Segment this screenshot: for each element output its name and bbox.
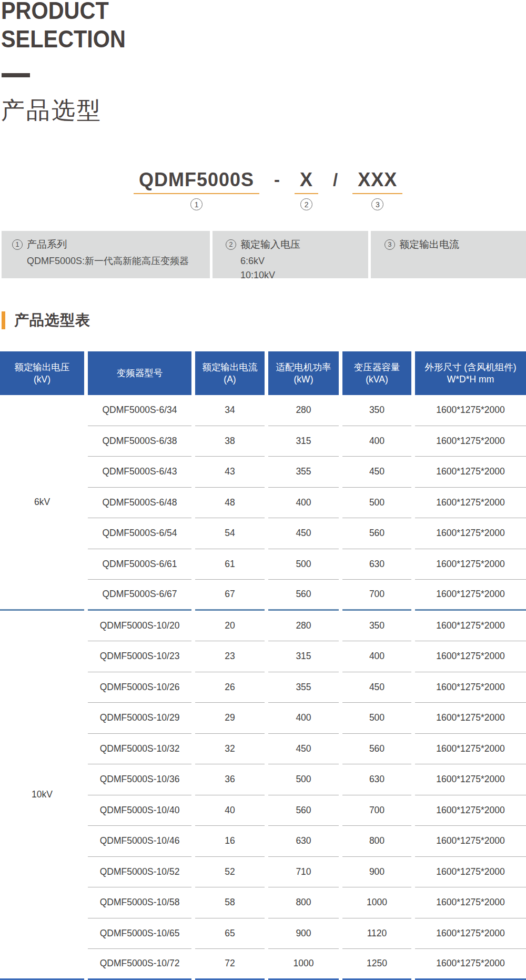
cell-transformer-capacity: 450 — [342, 672, 411, 703]
cell-dimensions: 1600*1275*2000 — [415, 549, 526, 580]
cell-model: QDMF5000S-10/29 — [88, 703, 191, 734]
legend-box-1-title: 产品系列 — [27, 238, 67, 251]
cell-motor-power: 800 — [268, 887, 339, 918]
cell-model: QDMF5000S-6/48 — [88, 488, 191, 519]
cell-motor-power: 710 — [268, 857, 339, 888]
cell-model: QDMF5000S-10/65 — [88, 918, 191, 949]
cell-dimensions: 1600*1275*2000 — [415, 580, 526, 611]
section-accent-bar — [2, 311, 5, 329]
cell-transformer-capacity: 800 — [342, 826, 411, 857]
legend-box-2-title-row: 2 额定输入电压 — [226, 238, 363, 251]
header-transformer-capacity: 变压器容量 (kVA) — [342, 351, 411, 395]
cell-output-current: 38 — [195, 426, 265, 457]
cell-dimensions: 1600*1275*2000 — [415, 518, 526, 549]
legend-box-1-title-row: 1 产品系列 — [12, 238, 205, 251]
cell-dimensions: 1600*1275*2000 — [415, 488, 526, 519]
cell-output-current: 29 — [195, 703, 265, 734]
cell-motor-power: 450 — [268, 734, 339, 765]
header-dimensions: 外形尺寸 (含风机组件) W*D*H mm — [415, 351, 526, 395]
page-title-english-line2: SELECTION — [1, 25, 126, 53]
cell-motor-power: 900 — [268, 918, 339, 949]
cell-dimensions: 1600*1275*2000 — [415, 795, 526, 826]
cell-output-current: 61 — [195, 549, 265, 580]
cell-motor-power: 400 — [268, 703, 339, 734]
cell-transformer-capacity: 1250 — [342, 949, 411, 980]
cell-model: QDMF5000S-6/34 — [88, 395, 191, 426]
cell-motor-power: 500 — [268, 549, 339, 580]
cell-dimensions: 1600*1275*2000 — [415, 672, 526, 703]
legend-marker-2-badge: 2 — [226, 239, 236, 250]
cell-dimensions: 1600*1275*2000 — [415, 887, 526, 918]
header-model: 变频器型号 — [88, 351, 191, 395]
cell-dimensions: 1600*1275*2000 — [415, 611, 526, 642]
cell-model: QDMF5000S-10/26 — [88, 672, 191, 703]
cell-model: QDMF5000S-10/32 — [88, 734, 191, 765]
cell-motor-power: 1000 — [268, 949, 339, 980]
marker-3-badge: 3 — [371, 198, 383, 210]
cell-output-current: 32 — [195, 734, 265, 765]
cell-output-current: 34 — [195, 395, 265, 426]
cell-motor-power: 400 — [268, 488, 339, 519]
cell-motor-power: 355 — [268, 672, 339, 703]
cell-model: QDMF5000S-6/54 — [88, 518, 191, 549]
cell-transformer-capacity: 350 — [342, 611, 411, 642]
marker-2-badge: 2 — [300, 198, 312, 210]
cell-dimensions: 1600*1275*2000 — [415, 857, 526, 888]
cell-transformer-capacity: 400 — [342, 426, 411, 457]
cell-output-current: 58 — [195, 887, 265, 918]
cell-output-current: 16 — [195, 826, 265, 857]
cell-transformer-capacity: 630 — [342, 764, 411, 795]
cell-output-current: 72 — [195, 949, 265, 980]
cell-model: QDMF5000S-10/40 — [88, 795, 191, 826]
cell-motor-power: 355 — [268, 457, 339, 488]
legend-marker-3-badge: 3 — [385, 239, 395, 250]
cell-output-current: 48 — [195, 488, 265, 519]
cell-motor-power: 280 — [268, 611, 339, 642]
cell-transformer-capacity: 500 — [342, 488, 411, 519]
header-motor-power: 适配电机功率 (kW) — [268, 351, 339, 395]
section-header: 产品选型表 — [2, 310, 90, 330]
cell-transformer-capacity: 400 — [342, 641, 411, 672]
title-divider-rule — [2, 73, 30, 77]
cell-output-current: 43 — [195, 457, 265, 488]
cell-dimensions: 1600*1275*2000 — [415, 918, 526, 949]
cell-output-current: 36 — [195, 764, 265, 795]
cell-output-current: 65 — [195, 918, 265, 949]
model-code-diagram: QDMF5000S 1 - X 2 / XXX 3 — [134, 169, 402, 210]
cell-transformer-capacity: 900 — [342, 857, 411, 888]
cell-model: QDMF5000S-6/38 — [88, 426, 191, 457]
cell-motor-power: 500 — [268, 764, 339, 795]
model-code-base-text: QDMF5000S — [134, 169, 259, 194]
legend-box-3-title-row: 3 额定输出电流 — [385, 238, 521, 251]
cell-transformer-capacity: 700 — [342, 580, 411, 611]
model-code-voltage: X 2 — [295, 169, 318, 210]
cell-output-current: 40 — [195, 795, 265, 826]
cell-dimensions: 1600*1275*2000 — [415, 703, 526, 734]
legend-box-1-line1: QDMF5000S:新一代高新能高压变频器 — [27, 254, 205, 268]
marker-1-badge: 1 — [190, 198, 203, 210]
cell-transformer-capacity: 350 — [342, 395, 411, 426]
cell-model: QDMF5000S-10/52 — [88, 857, 191, 888]
legend-box-3-title: 额定输出电流 — [399, 238, 459, 251]
cell-transformer-capacity: 700 — [342, 795, 411, 826]
legend-box-2-content: 6:6kV 10:10kV — [240, 254, 363, 282]
legend-box-2-line1: 6:6kV — [240, 254, 363, 268]
header-output-current: 额定输出电流 (A) — [195, 351, 265, 395]
cell-motor-power: 280 — [268, 395, 339, 426]
cell-dimensions: 1600*1275*2000 — [415, 949, 526, 980]
model-code-current-text: XXX — [352, 169, 402, 194]
cell-output-current: 52 — [195, 857, 265, 888]
legend-box-1-content: QDMF5000S:新一代高新能高压变频器 — [27, 254, 205, 268]
cell-dimensions: 1600*1275*2000 — [415, 764, 526, 795]
cell-output-current: 23 — [195, 641, 265, 672]
cell-dimensions: 1600*1275*2000 — [415, 826, 526, 857]
cell-dimensions: 1600*1275*2000 — [415, 641, 526, 672]
cell-motor-power: 560 — [268, 795, 339, 826]
legend-marker-1-badge: 1 — [12, 239, 23, 250]
cell-dimensions: 1600*1275*2000 — [415, 734, 526, 765]
cell-transformer-capacity: 1120 — [342, 918, 411, 949]
model-code-base: QDMF5000S 1 — [134, 169, 259, 210]
cell-motor-power: 560 — [268, 580, 339, 611]
cell-motor-power: 315 — [268, 641, 339, 672]
legend-box-input-voltage: 2 额定输入电压 6:6kV 10:10kV — [213, 231, 368, 278]
